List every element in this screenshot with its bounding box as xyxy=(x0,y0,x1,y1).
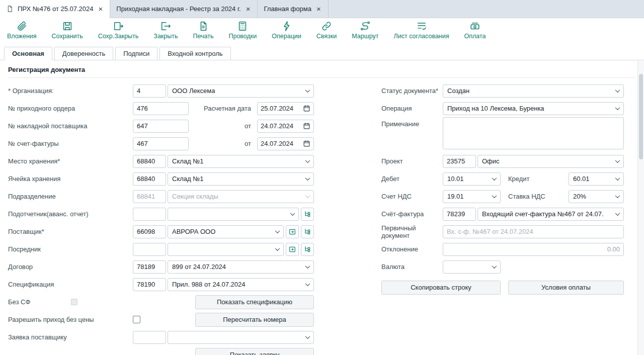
row-show-request: Показать заявку xyxy=(8,346,314,355)
order-no-input[interactable] xyxy=(133,102,189,115)
window-tab-main-form[interactable]: Главная форма × xyxy=(258,0,328,18)
supplier-code-input[interactable] xyxy=(133,225,166,238)
payment-button[interactable]: Оплата xyxy=(464,21,486,40)
copy-row-button[interactable]: Скопировать строку xyxy=(381,281,501,295)
payment-terms-button[interactable]: Условия оплаты xyxy=(508,281,624,295)
field-row-status: Статус документа* Создан xyxy=(381,82,624,100)
window-tab-registry[interactable]: Приходная накладная - Реестр за 2024 г. … xyxy=(110,0,258,18)
chevron-down-icon xyxy=(305,263,310,269)
accountable-tree-button[interactable] xyxy=(301,208,314,221)
save-button[interactable]: Сохранить xyxy=(52,21,83,40)
project-select[interactable]: Офис xyxy=(477,155,624,168)
links-button[interactable]: Связки xyxy=(316,21,337,40)
close-button[interactable]: Закрыть xyxy=(153,21,178,40)
accountable-select[interactable] xyxy=(168,208,299,221)
calc-date-field[interactable]: 25.07.2024 xyxy=(257,102,314,115)
primary-doc-input[interactable] xyxy=(443,225,624,238)
tab-input-control[interactable]: Входной контроль xyxy=(159,47,230,60)
currency-label: Валюта xyxy=(381,263,443,271)
form-content: Регистрация документа * Организация: ООО… xyxy=(0,60,644,355)
supplier-open-card-button[interactable] xyxy=(286,225,299,238)
credit-select[interactable]: 60.01 xyxy=(569,172,624,186)
field-row-storage: Место хранения* Склад №1 xyxy=(8,152,314,170)
allow-no-price-checkbox[interactable] xyxy=(133,316,140,323)
close-icon[interactable]: × xyxy=(98,5,104,13)
vat-account-select[interactable]: 19.01 xyxy=(443,190,501,203)
deviation-input[interactable] xyxy=(443,243,624,256)
tab-signatures[interactable]: Подписи xyxy=(115,47,157,60)
debit-select[interactable]: 10.01 xyxy=(443,172,501,186)
tab-power-of-attorney[interactable]: Доверенность xyxy=(54,47,113,60)
window-tab-document[interactable]: ПРХ №476 от 25.07.2024 × xyxy=(0,0,110,18)
organization-label: * Организация: xyxy=(8,87,133,95)
vat-rate-select[interactable]: 20% xyxy=(569,190,624,203)
note-textarea[interactable] xyxy=(443,117,624,149)
vertical-scrollbar[interactable] xyxy=(637,61,644,355)
supplier-tree-button[interactable] xyxy=(301,225,314,238)
debit-value: 10.01 xyxy=(447,175,464,183)
chevron-down-icon xyxy=(492,263,497,269)
postings-button[interactable]: Проводки xyxy=(228,21,257,40)
close-icon[interactable]: × xyxy=(315,5,322,13)
operation-select[interactable]: Приход на 10 Лексема, Буренка xyxy=(443,102,624,115)
invoice-ref-code-input[interactable] xyxy=(443,208,476,221)
waybill-date-field[interactable]: 24.07.2024 xyxy=(257,120,314,133)
scrollbar-thumb[interactable] xyxy=(639,74,643,159)
invoice-ref-select[interactable]: Входящий счет-фактура №467 от 24.07. xyxy=(477,208,624,221)
recalculate-numbers-button[interactable]: Пересчитать номера xyxy=(195,313,314,327)
waybill-date-value: 24.07.2024 xyxy=(261,122,293,130)
field-row-debit-credit: Дебет 10.01 Кредит 60.01 xyxy=(381,170,624,188)
storage-code-input[interactable] xyxy=(133,155,166,168)
storage-cell-code-input[interactable] xyxy=(133,172,166,186)
project-label: Проект xyxy=(381,157,443,165)
approval-sheet-icon xyxy=(416,21,427,32)
tab-main[interactable]: Основная xyxy=(4,47,52,60)
postings-icon xyxy=(237,21,248,32)
route-button[interactable]: Маршрут xyxy=(352,21,378,40)
approval-sheet-button[interactable]: Лист согласования xyxy=(394,21,449,40)
chevron-down-icon xyxy=(615,87,620,93)
chevron-down-icon xyxy=(275,246,280,251)
intermediary-tree-button[interactable] xyxy=(301,243,314,256)
organization-select[interactable]: ООО Лексема xyxy=(168,84,314,98)
contract-code-input[interactable] xyxy=(133,260,166,274)
intermediary-open-card-button[interactable] xyxy=(286,243,299,256)
toolbar: Вложения Сохранить Сохр.Закрыть Закрыть … xyxy=(0,18,644,45)
show-specification-button[interactable]: Показать спецификацию xyxy=(195,295,314,309)
invoice-date-field[interactable]: 24.07.2024 xyxy=(257,137,314,150)
primary-doc-label: Первичный документ xyxy=(381,224,443,239)
status-select[interactable]: Создан xyxy=(443,84,624,98)
chevron-down-icon xyxy=(305,87,310,93)
supplier-request-code-input[interactable] xyxy=(133,331,166,344)
intermediary-code-input[interactable] xyxy=(133,243,166,256)
print-button[interactable]: Печать xyxy=(193,21,214,40)
storage-value: Склад №1 xyxy=(172,157,203,165)
left-column: * Организация: ООО Лексема № приходного … xyxy=(8,82,314,355)
field-row-vat: Счет НДС 19.01 Ставка НДС 20% xyxy=(381,188,624,205)
storage-select[interactable]: Склад №1 xyxy=(168,155,314,168)
storage-cell-select[interactable]: Склад №1 xyxy=(168,172,314,186)
specification-code-input[interactable] xyxy=(133,278,166,291)
attachments-button[interactable]: Вложения xyxy=(7,21,37,40)
intermediary-select[interactable] xyxy=(168,243,284,256)
project-code-input[interactable] xyxy=(443,155,476,168)
storage-label: Место хранения* xyxy=(8,157,133,165)
specification-select[interactable]: Прил. 988 от 24.07.2024 xyxy=(168,278,314,291)
field-row-specification: Спецификация Прил. 988 от 24.07.2024 xyxy=(8,276,314,293)
operations-button[interactable]: Операции xyxy=(272,21,301,40)
supplier-request-label: Заявка поставщику xyxy=(8,333,133,341)
invoice-no-input[interactable] xyxy=(133,137,189,150)
show-request-button[interactable]: Показать заявку xyxy=(195,348,314,355)
contract-select[interactable]: 899 от 24.07.2024 xyxy=(168,260,314,274)
storage-cell-label: Ячейка хранения xyxy=(8,175,133,183)
accountable-code-input[interactable] xyxy=(133,208,166,221)
supplier-request-select[interactable] xyxy=(168,331,314,344)
save-close-button[interactable]: Сохр.Закрыть xyxy=(98,21,139,40)
order-no-label: № приходного ордера xyxy=(8,105,133,112)
close-icon[interactable]: × xyxy=(245,5,252,13)
waybill-no-input[interactable] xyxy=(133,120,189,133)
currency-select[interactable] xyxy=(443,260,501,274)
supplier-select[interactable]: АВРОРА ООО xyxy=(168,225,284,238)
organization-code-input[interactable] xyxy=(133,84,166,98)
field-row-invoice-no: № счет-фактуры от 24.07.2024 xyxy=(8,135,314,152)
